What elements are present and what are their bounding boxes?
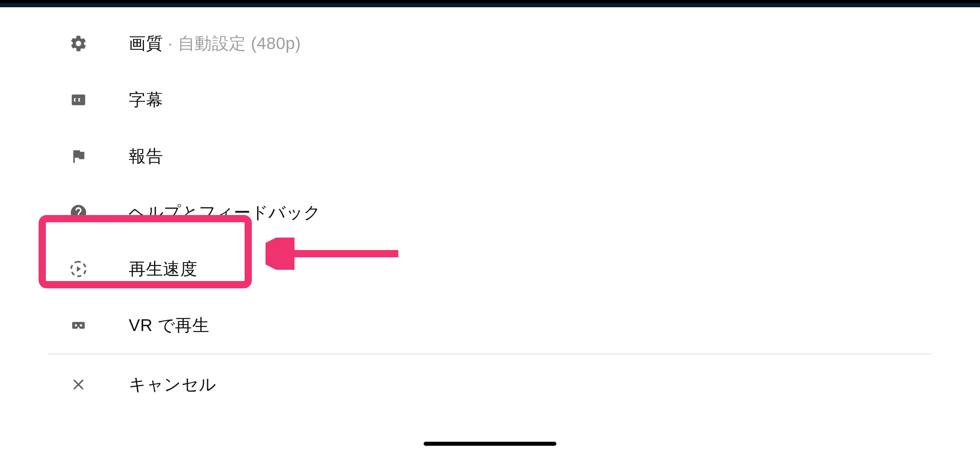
vr-icon: [68, 319, 89, 332]
close-icon: [68, 376, 89, 393]
home-indicator: [424, 442, 556, 446]
report-label: 報告: [129, 145, 163, 168]
help-icon: [68, 203, 89, 222]
menu-item-report[interactable]: 報告: [0, 128, 980, 184]
menu-item-quality[interactable]: 画質 · 自動設定 (480p): [0, 15, 980, 72]
menu-item-help[interactable]: ヘルプとフィードバック: [0, 184, 980, 241]
cancel-label: キャンセル: [129, 373, 216, 396]
menu-item-cancel[interactable]: キャンセル: [0, 354, 980, 415]
help-label: ヘルプとフィードバック: [129, 201, 321, 224]
flag-icon: [68, 147, 89, 165]
cc-icon: [68, 92, 89, 108]
menu-item-playback-speed[interactable]: 再生速度: [0, 241, 980, 297]
playback-speed-icon: [68, 259, 89, 279]
subtitles-label: 字幕: [129, 89, 163, 111]
status-bar-sliver: [0, 3, 980, 7]
quality-label: 画質 · 自動設定 (480p): [129, 32, 301, 55]
menu-item-subtitles[interactable]: 字幕: [0, 72, 980, 128]
top-black-edge: [0, 0, 980, 3]
vr-label: VR で再生: [129, 314, 209, 337]
gear-icon: [68, 34, 89, 53]
player-options-menu: 画質 · 自動設定 (480p) 字幕 報告 ヘルプとフィードバック 再生速度: [0, 7, 980, 415]
playback-speed-label: 再生速度: [129, 258, 197, 280]
menu-item-vr[interactable]: VR で再生: [0, 297, 980, 354]
